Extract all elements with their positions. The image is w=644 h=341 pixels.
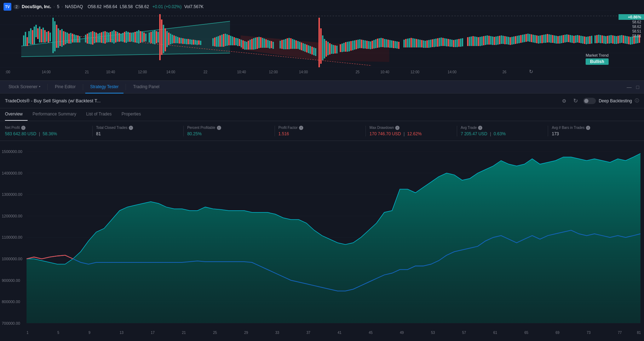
svg-rect-268 [508,37,509,45]
svg-rect-255 [485,36,486,45]
svg-rect-136 [258,37,260,48]
svg-rect-257 [488,36,490,45]
svg-text:700000.00: 700000.00 [2,321,20,325]
svg-rect-187 [357,40,359,49]
svg-rect-84 [156,31,157,43]
svg-rect-284 [536,35,537,43]
svg-rect-245 [467,37,468,46]
svg-rect-78 [143,33,145,42]
svg-rect-131 [249,40,251,50]
overview-tab-properties[interactable]: Properties [116,108,146,121]
svg-text:49: 49 [400,331,404,335]
svg-text:77: 77 [618,331,622,335]
svg-rect-138 [262,38,263,48]
tab-bar: Stock Screener ▾ Pine Editor Strategy Te… [0,81,644,93]
tradingview-logo: TV [4,3,11,11]
svg-rect-168 [322,35,323,60]
pine-editor-label: Pine Editor [55,84,76,89]
svg-rect-132 [251,39,253,50]
avg-bars-info-icon[interactable]: i [586,126,590,130]
svg-text:10:40: 10:40 [237,70,246,74]
svg-rect-104 [191,40,192,45]
svg-rect-142 [269,41,270,49]
svg-rect-267 [506,36,507,44]
svg-rect-192 [366,41,368,49]
stock-screener-dropdown[interactable]: Stock Screener ▾ [8,84,40,89]
svg-rect-161 [308,45,309,53]
svg-rect-145 [280,41,281,49]
svg-text:1300000.00: 1300000.00 [2,192,22,197]
stock-screener-label: Stock Screener [8,84,38,89]
avg-bars-label: Avg # Bars in Trades i [552,126,636,130]
svg-text::00: :00 [5,70,10,74]
svg-rect-254 [483,36,484,45]
svg-rect-238 [451,40,453,47]
svg-rect-198 [377,39,378,48]
svg-rect-64 [119,33,120,42]
avg-trade-info-icon[interactable]: i [478,126,482,130]
tab-bar-right: — □ [626,84,640,90]
svg-rect-42 [75,35,77,42]
minimize-button[interactable]: — [626,84,632,90]
svg-text:12:00: 12:00 [410,70,419,74]
svg-rect-83 [154,30,155,44]
svg-rect-105 [193,40,194,45]
svg-rect-137 [260,37,261,48]
svg-rect-310 [582,36,583,44]
svg-rect-66 [122,33,123,42]
total-closed-label: Total Closed Trades i [96,126,180,130]
deep-backtesting-switch[interactable] [583,98,596,104]
svg-rect-91 [168,33,169,45]
maximize-button[interactable]: □ [635,84,640,90]
svg-rect-222 [423,40,424,48]
svg-text:81: 81 [637,331,641,335]
percent-profitable-info-icon[interactable]: i [217,126,221,130]
net-profit-info-icon[interactable]: i [21,126,25,130]
svg-rect-292 [550,35,552,43]
tab-stock-screener[interactable]: Stock Screener ▾ [4,81,45,93]
metric-total-closed-trades: Total Closed Trades i 81 [93,126,184,136]
settings-icon[interactable]: ⚙ [560,97,568,105]
svg-text:26: 26 [502,70,507,74]
svg-rect-289 [545,34,546,43]
svg-rect-86 [159,14,161,60]
svg-rect-89 [165,28,166,51]
trades-tab-label: List of Trades [86,112,111,116]
svg-rect-327 [614,36,615,44]
svg-rect-171 [327,42,329,55]
svg-text:13: 13 [120,331,124,335]
indicator-count: 2 [13,5,20,9]
svg-rect-312 [586,37,587,44]
svg-rect-155 [297,41,299,49]
svg-rect-101 [186,39,187,44]
profit-factor-info-icon[interactable]: i [299,126,303,130]
svg-text:33: 33 [275,331,280,335]
svg-rect-100 [184,39,185,44]
svg-rect-262 [497,36,499,45]
total-closed-info-icon[interactable]: i [129,126,133,130]
tab-pine-editor[interactable]: Pine Editor [50,81,81,93]
market-trend-badge: Bullish [586,58,609,65]
svg-rect-108 [198,40,200,45]
max-drawdown-info-icon[interactable]: i [395,126,399,130]
profit-factor-label: Profit Factor i [278,126,362,130]
refresh-icon[interactable]: ↻ [572,97,580,105]
strategy-title: TradeDots® - Buy Sell Signals (w/ Backte… [5,98,557,103]
svg-rect-150 [288,38,290,49]
svg-rect-24 [42,28,44,42]
tab-trading-panel[interactable]: Trading Panel [128,81,164,93]
overview-tab-overview[interactable]: Overview [5,108,28,121]
svg-rect-278 [525,34,527,42]
svg-rect-80 [149,33,150,42]
svg-rect-177 [340,44,341,52]
svg-rect-240 [455,40,456,47]
chart-interval: 5 [57,4,59,9]
svg-rect-128 [244,41,246,50]
tab-strategy-tester[interactable]: Strategy Tester [85,81,123,93]
overview-tab-performance[interactable]: Performance Summary [28,108,81,121]
svg-rect-170 [326,41,327,57]
svg-text:21: 21 [85,70,89,74]
svg-rect-117 [225,34,226,46]
overview-tab-trades[interactable]: List of Trades [81,108,116,121]
svg-rect-243 [460,39,461,47]
